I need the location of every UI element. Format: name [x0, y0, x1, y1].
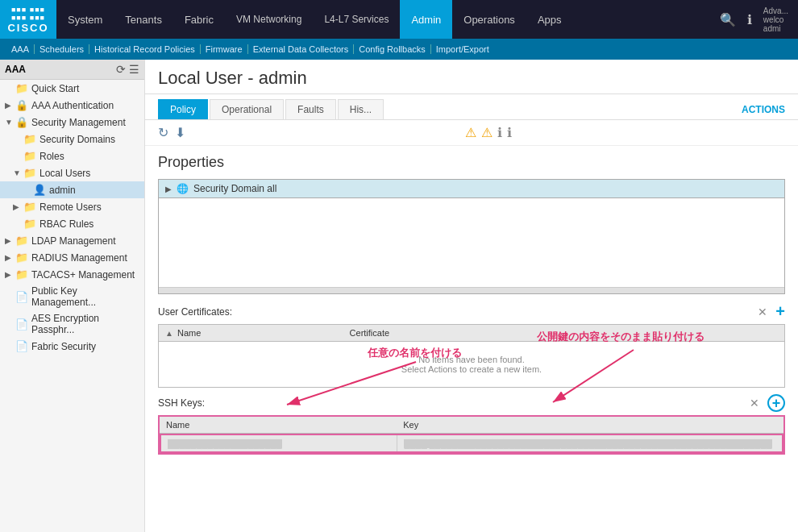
- download-button[interactable]: ⬇: [175, 125, 185, 140]
- sidebar-label-fabric-security: Fabric Security: [31, 341, 139, 352]
- domain-expand-icon[interactable]: ▶: [165, 185, 172, 193]
- folder-icon: 📁: [23, 150, 36, 162]
- nav-system[interactable]: System: [56, 0, 114, 39]
- sort-icon: ▲: [165, 329, 173, 338]
- subnav-historical[interactable]: Historical Record Policies: [89, 44, 201, 54]
- sidebar-item-pubkey[interactable]: 📄 Public Key Management...: [0, 283, 144, 310]
- cert-add-button[interactable]: +: [775, 302, 785, 321]
- subnav-firmware[interactable]: Firmware: [201, 44, 248, 54]
- properties-section: Properties ▶ 🌐 Security Domain all User …: [145, 146, 798, 463]
- sidebar-item-fabric-security[interactable]: 📄 Fabric Security: [0, 338, 144, 355]
- sidebar-label-admin: admin: [49, 185, 139, 196]
- cert-empty-line1: No items have been found.: [172, 355, 771, 364]
- sidebar-label-roles: Roles: [39, 151, 139, 162]
- sidebar-settings-icon[interactable]: ☰: [129, 63, 139, 76]
- sidebar-header: AAA ⟳ ☰: [0, 60, 144, 80]
- domain-label: Security Domain all: [193, 183, 276, 194]
- folder-icon: 📁: [15, 235, 28, 247]
- cert-table-header: ▲ Name Certificate: [159, 325, 784, 342]
- nav-vm-networking[interactable]: VM Networking: [225, 0, 313, 39]
- main-layout: AAA ⟳ ☰ 📁 Quick Start ▶ 🔒 AAA Authentica…: [0, 60, 798, 532]
- refresh-button[interactable]: ↻: [158, 125, 168, 140]
- expand-icon: [13, 152, 21, 160]
- subnav-import[interactable]: Import/Export: [431, 44, 494, 54]
- sidebar-item-ldap[interactable]: ▶ 📁 LDAP Management: [0, 232, 144, 249]
- doc-icon: 📄: [15, 318, 28, 330]
- ssh-annotation-area: 任意の名前を付ける 公開鍵の内容をそのまま貼り付ける: [158, 394, 785, 455]
- sidebar-item-local-users[interactable]: ▼ 📁 Local Users: [0, 164, 144, 181]
- expand-icon: ▶: [5, 101, 13, 110]
- sidebar-item-rbac[interactable]: 📁 RBAC Rules: [0, 215, 144, 232]
- info-icon[interactable]: ℹ: [747, 12, 752, 27]
- cert-table: ▲ Name Certificate No items have been fo…: [158, 324, 785, 388]
- ssh-col-key[interactable]: Key: [397, 417, 783, 433]
- subnav-schedulers[interactable]: Schedulers: [35, 44, 89, 54]
- cert-section-label: User Certificates:: [158, 306, 232, 318]
- sidebar-item-remote-users[interactable]: ▶ 📁 Remote Users: [0, 198, 144, 215]
- sidebar-item-radius[interactable]: ▶ 📁 RADIUS Management: [0, 249, 144, 266]
- subnav-external[interactable]: External Data Collectors: [248, 44, 355, 54]
- folder-icon: 📁: [15, 251, 28, 264]
- ssh-table-row[interactable]: ████████████████████ ████ ██████████████…: [160, 434, 783, 453]
- sidebar-item-tacacs[interactable]: ▶ 📁 TACACS+ Management: [0, 266, 144, 283]
- subnav-config[interactable]: Config Rollbacks: [354, 44, 431, 54]
- sidebar-label-radius: RADIUS Management: [31, 252, 139, 264]
- nav-tenants[interactable]: Tenants: [114, 0, 173, 39]
- sidebar-label-aaa-auth: AAA Authentication: [31, 100, 139, 111]
- user-icon: 👤: [33, 184, 46, 196]
- globe-icon: 🌐: [177, 183, 189, 194]
- sidebar-header-icons: ⟳ ☰: [116, 63, 139, 76]
- folder-icon: 📁: [15, 82, 28, 94]
- top-navigation: ■■■ ■■■ ■■■ ■■■ CISCO System Tenants Fab…: [0, 0, 798, 39]
- info-icon-2: ℹ: [507, 125, 512, 140]
- nav-apps[interactable]: Apps: [526, 0, 573, 39]
- sidebar-refresh-icon[interactable]: ⟳: [116, 63, 126, 76]
- sidebar-item-roles[interactable]: 📁 Roles: [0, 148, 144, 164]
- nav-right: 🔍 ℹ Adva...welcoadmi: [720, 6, 798, 33]
- folder-icon: 📁: [23, 133, 36, 145]
- sidebar-item-admin[interactable]: 👤 admin: [0, 181, 144, 198]
- expand-icon: [23, 185, 31, 194]
- sidebar-item-aes[interactable]: 📄 AES Encryption Passphr...: [0, 310, 144, 338]
- domain-scrollbar[interactable]: [159, 287, 784, 293]
- cisco-logo: ■■■ ■■■ ■■■ ■■■ CISCO: [0, 0, 56, 39]
- content-header: Local User - admin: [145, 60, 798, 94]
- ssh-close-button[interactable]: ✕: [750, 397, 759, 409]
- expand-icon: ▼: [5, 118, 13, 127]
- cert-col-name[interactable]: ▲ Name: [159, 325, 343, 341]
- sidebar-item-quickstart[interactable]: 📁 Quick Start: [0, 80, 144, 97]
- info-icon-1: ℹ: [497, 125, 502, 140]
- subnav-aaa[interactable]: AAA: [6, 44, 35, 54]
- nav-admin[interactable]: Admin: [400, 0, 452, 39]
- search-icon[interactable]: 🔍: [720, 12, 736, 27]
- sidebar-item-aaa-auth[interactable]: ▶ 🔒 AAA Authentication: [0, 97, 144, 114]
- tab-history[interactable]: His...: [338, 99, 384, 119]
- cert-section-actions: ✕ +: [758, 302, 785, 321]
- tab-operational[interactable]: Operational: [210, 99, 284, 119]
- actions-button[interactable]: ACTIONS: [742, 104, 785, 115]
- ssh-actions: ✕ +: [750, 394, 785, 412]
- nav-operations[interactable]: Operations: [452, 0, 526, 39]
- doc-icon: 📄: [15, 340, 28, 352]
- expand-icon: ▶: [13, 202, 21, 211]
- tab-faults[interactable]: Faults: [285, 99, 336, 119]
- domain-table: ▶ 🌐 Security Domain all: [158, 179, 785, 294]
- sidebar-label-remote-users: Remote Users: [39, 202, 139, 213]
- cert-close-button[interactable]: ✕: [758, 305, 767, 318]
- cisco-logo-text: CISCO: [7, 22, 48, 34]
- ssh-cell-name: ████████████████████: [161, 435, 397, 451]
- sidebar-item-security-domains[interactable]: 📁 Security Domains: [0, 131, 144, 148]
- cert-col-certificate[interactable]: Certificate: [343, 325, 784, 341]
- sidebar-label-aes: AES Encryption Passphr...: [31, 313, 139, 335]
- nav-l4l7[interactable]: L4-L7 Services: [313, 0, 400, 39]
- cert-section-header: User Certificates: ✕ +: [158, 302, 785, 321]
- ssh-col-name[interactable]: Name: [160, 417, 397, 433]
- tab-policy[interactable]: Policy: [158, 99, 208, 119]
- expand-icon: [13, 219, 21, 228]
- content-area: Local User - admin Policy Operational Fa…: [145, 60, 798, 532]
- expand-icon: [5, 342, 13, 351]
- ssh-add-button[interactable]: +: [767, 394, 785, 412]
- nav-fabric[interactable]: Fabric: [173, 0, 225, 39]
- ssh-section: SSH Keys: ✕ + Name Key: [158, 394, 785, 455]
- sidebar-item-security-mgmt[interactable]: ▼ 🔒 Security Management: [0, 114, 144, 131]
